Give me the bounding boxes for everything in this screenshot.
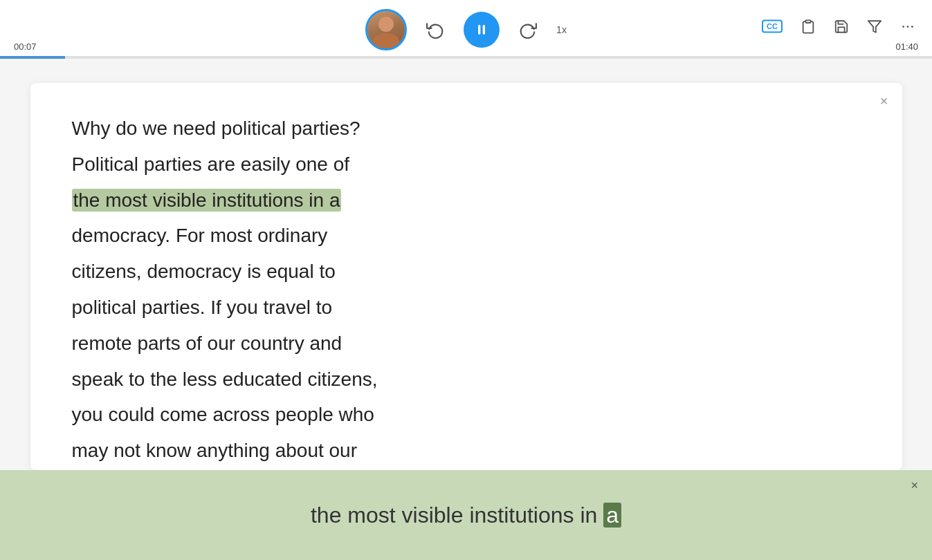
highlighted-text: the most visible institutions in a	[72, 189, 342, 212]
transcript-line-8: speak to the less educated citizens,	[72, 362, 861, 398]
transcript-line-3: the most visible institutions in a	[72, 183, 861, 218]
transcript-line-10: may not know anything about our	[72, 433, 861, 469]
svg-point-4	[902, 26, 904, 28]
transcript-line-7: remote parts of our country and	[72, 326, 861, 362]
svg-rect-1	[483, 25, 485, 34]
rewind-button[interactable]	[423, 18, 447, 41]
transcript-line-9: you could come across people who	[72, 397, 861, 433]
caption-text: the most visible institutions in a	[311, 503, 621, 528]
clipboard-button[interactable]	[798, 16, 819, 37]
svg-point-5	[907, 26, 909, 28]
transcript-content: Why do we need political parties? Politi…	[72, 111, 861, 469]
avatar-image	[367, 11, 405, 48]
pause-button[interactable]	[464, 12, 500, 48]
transcript-line-5: citizens, democracy is equal to	[72, 254, 861, 290]
svg-rect-0	[478, 25, 480, 34]
transcript-close-button[interactable]: ×	[880, 94, 888, 108]
svg-rect-2	[805, 20, 810, 23]
more-options-button[interactable]	[897, 16, 918, 37]
caption-bar: × the most visible institutions in a	[0, 470, 932, 560]
caption-close-button[interactable]: ×	[911, 478, 918, 493]
transcript-line-6: political parties. If you travel to	[72, 290, 861, 326]
svg-marker-3	[868, 21, 881, 32]
cc-label: CC	[762, 20, 783, 33]
caption-text-before: the most visible institutions in	[311, 503, 597, 528]
current-time: 00:07	[14, 41, 37, 52]
svg-point-6	[911, 26, 913, 28]
forward-button[interactable]	[516, 18, 540, 41]
transcript-line-4: democracy. For most ordinary	[72, 218, 861, 254]
top-bar: 1x CC	[0, 0, 932, 59]
progress-fill	[0, 56, 65, 59]
save-button[interactable]	[831, 16, 852, 37]
progress-bar[interactable]	[0, 56, 932, 59]
playback-controls: 1x	[365, 9, 567, 50]
total-time: 01:40	[895, 41, 918, 52]
caption-highlighted-word: a	[603, 503, 621, 528]
avatar	[365, 9, 407, 50]
transcript-line-1: Why do we need political parties?	[72, 111, 861, 147]
cc-button[interactable]: CC	[759, 17, 785, 36]
filter-button[interactable]	[864, 16, 885, 37]
transcript-panel: × Why do we need political parties? Poli…	[30, 83, 902, 470]
toolbar-right: CC	[759, 16, 918, 37]
transcript-line-2: Political parties are easily one of	[72, 147, 861, 183]
speed-label[interactable]: 1x	[556, 24, 567, 35]
